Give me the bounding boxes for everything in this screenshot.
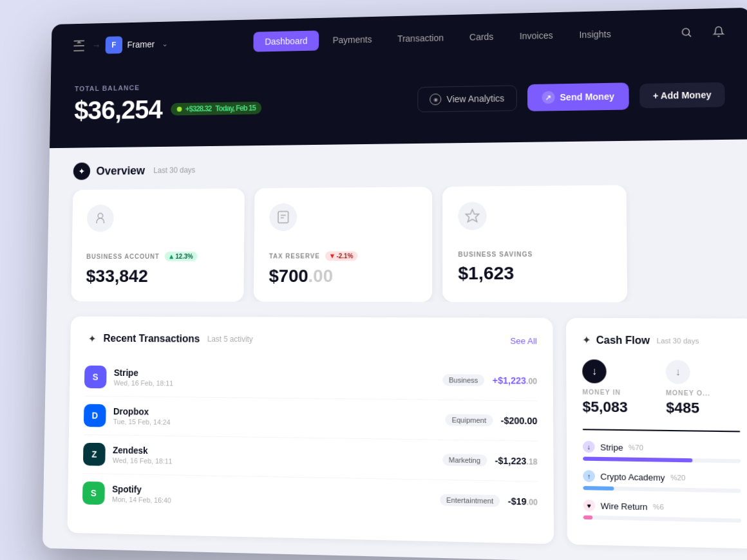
svg-rect-3 — [278, 211, 288, 223]
svg-marker-7 — [466, 210, 478, 222]
cashflow-period: Last 30 days — [657, 337, 699, 345]
business-account-label-row: BUSINESS ACCOUNT 12.3% — [86, 252, 229, 261]
add-money-label: + Add Money — [653, 89, 712, 101]
bottom-section: ✦ Recent Transactions Last 5 activity Se… — [43, 301, 747, 549]
main-area: ✦ Overview Last 30 days BUSINESS ACCOUNT — [43, 139, 747, 560]
send-money-label: Send Money — [560, 91, 614, 102]
dropbox-amount: -$200.00 — [501, 415, 538, 426]
crypto-pct: %20 — [670, 474, 685, 482]
transaction-item: S Stripe Wed, 16 Feb, 18:11 Business +$1… — [84, 358, 538, 401]
flow-divider — [583, 429, 741, 432]
money-in-icon: ↓ — [582, 359, 607, 383]
money-in-label: MONEY IN — [582, 388, 655, 396]
business-account-icon — [87, 205, 114, 232]
logo-area: → F Framer ⌄ — [70, 35, 168, 55]
cashflow-header: ✦ Cash Flow Last 30 days — [582, 333, 739, 347]
money-in-amount: $5,083 — [582, 398, 655, 416]
overview-icon: ✦ — [73, 162, 91, 180]
balance-amount: $36,254 +$328.32 Today, Feb 15 — [74, 90, 418, 126]
spotify-logo: S — [82, 481, 105, 505]
crypto-dot: ↑ — [583, 470, 595, 482]
transactions-title: Recent Transactions — [103, 333, 200, 344]
cashflow-title: Cash Flow — [596, 334, 650, 346]
stripe-bar-label: Stripe — [600, 442, 623, 453]
money-flow-row: ↓ MONEY IN $5,083 ↓ MONEY O... $485 — [582, 359, 740, 417]
stripe-info: Stripe Wed, 16 Feb, 18:11 — [114, 368, 435, 389]
see-all-link[interactable]: See All — [510, 336, 537, 346]
header-actions — [676, 21, 730, 43]
view-analytics-label: View Analytics — [446, 93, 504, 104]
company-icon: F — [106, 36, 123, 53]
search-button[interactable] — [676, 22, 697, 43]
change-date: Today, Feb 15 — [215, 104, 256, 113]
stripe-date: Wed, 16 Feb, 18:11 — [114, 379, 435, 390]
business-account-amount: $33,842 — [86, 266, 229, 286]
money-in-item: ↓ MONEY IN $5,083 — [582, 359, 655, 416]
crypto-bar-track — [583, 486, 741, 493]
add-money-button[interactable]: + Add Money — [639, 82, 725, 109]
transactions-panel: ✦ Recent Transactions Last 5 activity Se… — [67, 317, 554, 545]
arrow-icon: ↗ — [542, 91, 554, 104]
flow-bar-stripe-header: ↓ Stripe %70 — [583, 441, 741, 455]
stripe-category: Business — [442, 374, 485, 386]
main-nav: Dashboard Payments Transaction Cards Inv… — [205, 23, 676, 53]
nav-item-insights[interactable]: Insights — [567, 24, 623, 46]
change-dot — [177, 107, 182, 112]
transactions-header: ✦ Recent Transactions Last 5 activity Se… — [85, 331, 537, 348]
money-out-label: MONEY O... — [666, 389, 740, 398]
balance-value: $36,254 — [74, 95, 162, 126]
cashflow-panel: ✦ Cash Flow Last 30 days ↓ MONEY IN $5,0… — [566, 318, 747, 549]
overview-title: Overview — [96, 164, 145, 178]
tax-reserve-card: TAX RESERVE -2.1% $700.00 — [254, 187, 432, 302]
balance-section: TOTAL BALANCE $36,254 +$328.32 Today, Fe… — [50, 54, 747, 148]
balance-left: TOTAL BALANCE $36,254 +$328.32 Today, Fe… — [74, 79, 418, 126]
breadcrumb-arrow: → — [92, 41, 100, 51]
spotify-info: Spotify Mon, 14 Feb, 16:40 — [112, 484, 432, 510]
send-money-button[interactable]: ↗ Send Money — [527, 82, 629, 111]
transaction-item: S Spotify Mon, 14 Feb, 16:40 Entertaintm… — [82, 474, 538, 521]
business-account-label: BUSINESS ACCOUNT — [86, 253, 160, 260]
eye-icon: ◉ — [430, 93, 442, 105]
account-cards-row: BUSINESS ACCOUNT 12.3% $33,842 — [47, 184, 747, 303]
svg-point-1 — [98, 213, 103, 218]
zendesk-category: Marketing — [442, 454, 487, 467]
wire-bar-label: Wire Return — [601, 501, 648, 512]
tax-reserve-icon — [269, 203, 297, 232]
nav-item-transaction[interactable]: Transaction — [386, 28, 455, 50]
notifications-button[interactable] — [708, 21, 730, 42]
business-savings-label-row: BUSINESS SAVINGS — [458, 250, 610, 258]
company-name: Framer — [127, 39, 155, 50]
business-savings-icon — [458, 201, 486, 230]
business-account-badge: 12.3% — [164, 252, 197, 261]
flow-bar-crypto: ↑ Crypto Academy %20 — [583, 470, 741, 493]
dropbox-info: Dropbox Tue, 15 Feb, 14:24 — [113, 406, 438, 429]
stripe-amount: +$1,223.00 — [493, 375, 537, 386]
balance-label: TOTAL BALANCE — [75, 79, 418, 92]
flow-bar-wire: ♥ Wire Return %6 — [583, 499, 741, 523]
nav-item-dashboard[interactable]: Dashboard — [254, 30, 319, 51]
zendesk-logo: Z — [83, 443, 106, 466]
view-analytics-button[interactable]: ◉ View Analytics — [418, 85, 517, 112]
dropbox-logo: D — [84, 404, 106, 427]
zendesk-amount: -$1,223.18 — [495, 455, 538, 466]
change-value: +$328.32 — [185, 104, 212, 113]
stripe-name: Stripe — [114, 368, 435, 380]
overview-period: Last 30 days — [153, 165, 195, 174]
nav-item-payments[interactable]: Payments — [321, 29, 383, 50]
flow-bar-wire-header: ♥ Wire Return %6 — [583, 499, 741, 515]
business-account-card: BUSINESS ACCOUNT 12.3% $33,842 — [71, 189, 244, 302]
nav-item-invoices[interactable]: Invoices — [507, 25, 565, 47]
money-out-amount: $485 — [666, 399, 740, 417]
transaction-item: D Dropbox Tue, 15 Feb, 14:24 Equipment -… — [84, 397, 538, 442]
svg-marker-6 — [330, 254, 334, 258]
nav-item-cards[interactable]: Cards — [458, 26, 506, 48]
dropbox-category: Equipment — [445, 414, 493, 426]
stripe-bar-track — [583, 457, 741, 463]
wire-bar-fill — [583, 516, 593, 520]
zendesk-info: Zendesk Wed, 16 Feb, 18:11 — [113, 445, 435, 469]
flow-bar-crypto-header: ↑ Crypto Academy %20 — [583, 470, 741, 485]
app-logo-icon — [70, 37, 88, 55]
money-out-item: ↓ MONEY O... $485 — [666, 360, 740, 417]
company-chevron: ⌄ — [162, 39, 168, 48]
wire-dot: ♥ — [583, 499, 595, 512]
